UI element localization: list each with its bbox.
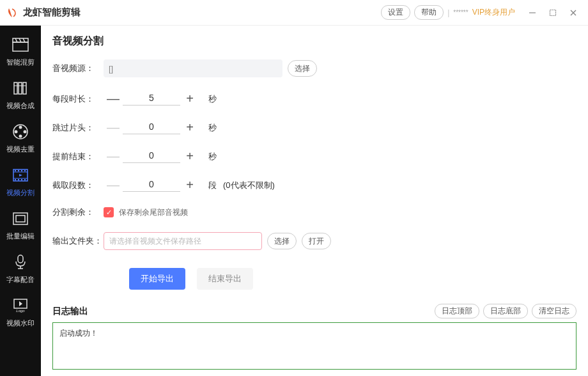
skip-head-value[interactable]: 0 [123,121,180,134]
film-reel-icon [12,123,29,141]
play-logo-icon: Logo [12,297,29,315]
output-row: 输出文件夹： 请选择音视频文件保存路径 选择 打开 [52,232,576,250]
early-end-label: 提前结束： [52,151,104,162]
svg-line-6 [19,38,21,42]
svg-rect-4 [13,42,28,51]
segment-count-label: 截取段数： [52,180,104,191]
sidebar-item-video-compose[interactable]: 视频合成 [0,73,41,116]
remain-checkbox-label: 保存剩余尾部音视频 [119,207,188,218]
early-end-decrement[interactable]: — [104,149,123,164]
minimize-button[interactable] [524,4,541,21]
output-open-button[interactable]: 打开 [302,233,331,249]
svg-rect-22 [21,170,22,171]
microphone-icon [12,253,29,271]
log-top-button[interactable]: 日志顶部 [435,304,479,318]
sidebar-item-label: 视频合成 [6,101,35,111]
early-end-row: 提前结束： — 0 + 秒 [52,149,576,164]
sidebar-item-video-split[interactable]: 视频分割 [0,160,41,203]
skip-head-decrement[interactable]: — [104,120,123,135]
end-export-button[interactable]: 结束导出 [197,268,253,290]
remain-row: 分割剩余： ✓ 保存剩余尾部音视频 [52,207,576,218]
segment-count-increment[interactable]: + [180,178,199,192]
svg-rect-29 [16,215,25,222]
segment-length-unit: 秒 [208,93,217,105]
early-end-unit: 秒 [208,151,217,162]
main-panel: 音视频分割 音视频源： [] 选择 每段时长： — 5 + 秒 跳过片头： — [41,26,588,376]
segment-count-unit: 段 [208,180,217,191]
skip-head-unit: 秒 [208,122,217,134]
output-select-button[interactable]: 选择 [267,233,297,249]
svg-rect-23 [24,170,26,171]
svg-point-16 [24,130,27,133]
svg-rect-26 [21,179,22,180]
svg-rect-24 [15,179,16,180]
svg-rect-8 [14,82,17,94]
books-icon [12,79,29,97]
maximize-button[interactable] [545,4,561,21]
skip-head-row: 跳过片头： — 0 + 秒 [52,120,576,135]
log-title: 日志输出 [52,306,435,317]
svg-rect-1 [550,10,556,15]
close-button[interactable] [565,4,582,21]
sidebar-item-subtitle-dub[interactable]: 字幕配音 [0,247,41,290]
svg-rect-20 [15,170,16,171]
sidebar-item-batch-edit[interactable]: 批量编辑 [0,203,41,247]
svg-rect-27 [24,179,26,180]
vip-badge: VIP终身用户 [472,7,515,18]
source-select-button[interactable]: 选择 [288,60,317,77]
sidebar-item-label: 视频分割 [6,188,35,198]
segment-length-value[interactable]: 5 [123,93,180,106]
app-logo-icon [6,7,18,19]
svg-rect-9 [19,82,22,94]
early-end-value[interactable]: 0 [123,150,180,163]
help-button[interactable]: 帮助 [414,5,444,20]
start-export-button[interactable]: 开始导出 [129,268,185,290]
svg-point-15 [15,130,18,133]
source-input[interactable]: [] [104,59,282,77]
segment-length-decrement[interactable]: — [104,91,123,106]
segment-count-value[interactable]: 0 [123,179,180,192]
sidebar: 智能混剪 视频合成 视频去重 视频分割 批量编辑 [0,26,41,376]
settings-button[interactable]: 设置 [381,5,410,20]
sidebar-item-label: 视频水印 [6,318,35,328]
output-folder-input[interactable]: 请选择音视频文件保存路径 [104,232,262,250]
svg-rect-10 [23,82,26,94]
remain-label: 分割剩余： [52,207,104,218]
segment-length-row: 每段时长： — 5 + 秒 [52,91,576,106]
segment-length-label: 每段时长： [52,93,104,105]
svg-rect-25 [18,179,19,180]
sidebar-item-watermark[interactable]: Logo 视频水印 [0,290,41,334]
svg-rect-21 [18,170,19,171]
svg-text:Logo: Logo [16,309,25,313]
svg-line-5 [15,38,17,42]
clapperboard-icon [12,36,29,54]
remain-checkbox[interactable]: ✓ [104,207,114,217]
divider: | [447,8,449,17]
log-output[interactable]: 启动成功！ [52,322,576,370]
svg-point-14 [19,134,22,137]
sidebar-item-video-dedup[interactable]: 视频去重 [0,116,41,160]
titlebar: 龙虾智能剪辑 设置 帮助 | ****** VIP终身用户 [0,0,588,26]
filmstrip-icon [12,166,29,184]
app-title: 龙虾智能剪辑 [23,6,381,19]
skip-head-increment[interactable]: + [180,120,199,135]
sidebar-item-smart-mix[interactable]: 智能混剪 [0,29,41,73]
sidebar-item-label: 字幕配音 [6,275,35,285]
skip-head-label: 跳过片头： [52,122,104,134]
log-bottom-button[interactable]: 日志底部 [483,304,528,318]
sidebar-item-label: 智能混剪 [6,58,35,67]
segment-count-row: 截取段数： — 0 + 段 (0代表不限制) [52,178,576,192]
early-end-increment[interactable]: + [180,149,199,164]
segment-count-hint: (0代表不限制) [223,180,275,191]
svg-rect-30 [18,255,23,263]
segment-count-decrement[interactable]: — [104,178,123,192]
user-name: ****** [453,9,468,16]
sidebar-item-label: 批量编辑 [6,231,35,241]
output-label: 输出文件夹： [52,235,104,247]
frame-icon [12,210,29,228]
log-clear-button[interactable]: 清空日志 [532,304,576,318]
source-row: 音视频源： [] 选择 [52,59,576,77]
sidebar-item-label: 视频去重 [6,145,35,154]
log-section: 日志输出 日志顶部 日志底部 清空日志 启动成功！ [52,297,576,370]
segment-length-increment[interactable]: + [180,91,199,106]
